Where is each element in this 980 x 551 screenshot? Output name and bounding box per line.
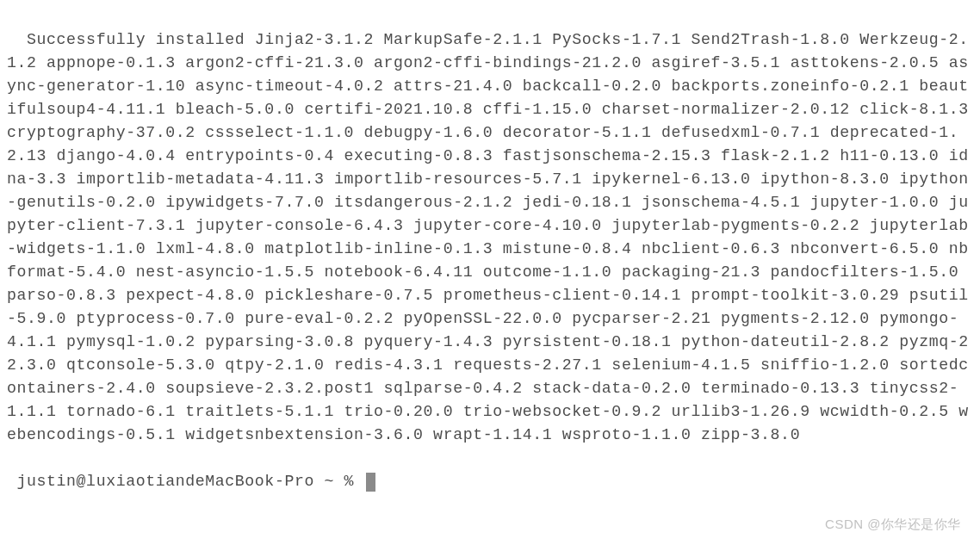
pip-install-output: Successfully installed Jinja2-3.1.2 Mark…	[7, 31, 978, 443]
shell-prompt: justin@luxiaotiandeMacBook-Pro ~ %	[7, 470, 364, 493]
cursor-icon	[366, 473, 375, 492]
csdn-watermark: CSDN @你华还是你华	[825, 512, 961, 536]
shell-prompt-line[interactable]: justin@luxiaotiandeMacBook-Pro ~ %	[7, 470, 973, 493]
terminal-window[interactable]: Successfully installed Jinja2-3.1.2 Mark…	[0, 0, 980, 551]
